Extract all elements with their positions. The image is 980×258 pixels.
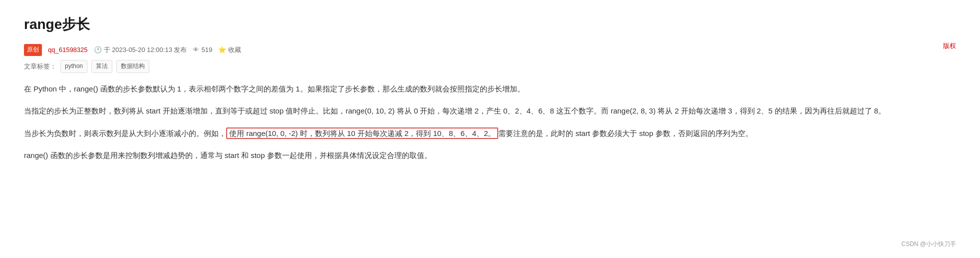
watermark: CSDN @小小快刀手 bbox=[901, 239, 956, 250]
meta-views: 👁 519 bbox=[193, 44, 212, 56]
tags-label: 文章标签： bbox=[24, 60, 56, 72]
meta-publish: 🕐 于 2023-05-20 12:00:13 发布 bbox=[94, 44, 187, 56]
meta-author[interactable]: qq_61598325 bbox=[48, 44, 88, 56]
page-container: range步长 原创 qq_61598325 🕐 于 2023-05-20 12… bbox=[0, 0, 980, 258]
tag-data-structure[interactable]: 数据结构 bbox=[116, 60, 149, 73]
star-icon: ⭐ bbox=[218, 44, 226, 56]
paragraph-1: 在 Python 中，range() 函数的步长参数默认为 1，表示相邻两个数字… bbox=[24, 82, 956, 96]
content-body: 在 Python 中，range() 函数的步长参数默认为 1，表示相邻两个数字… bbox=[24, 82, 956, 163]
version-right[interactable]: 版权 bbox=[943, 40, 956, 52]
tag-algorithm[interactable]: 算法 bbox=[91, 60, 112, 73]
meta-collect[interactable]: ⭐ 收藏 bbox=[218, 44, 241, 56]
highlight-range-example: 使用 range(10, 0, -2) 时，数列将从 10 开始每次递减 2，得… bbox=[226, 128, 498, 139]
page-title: range步长 bbox=[24, 12, 956, 37]
paragraph-4: range() 函数的步长参数是用来控制数列增减趋势的，通常与 start 和 … bbox=[24, 148, 956, 163]
paragraph-3: 当步长为负数时，则表示数列是从大到小逐渐减小的。例如，使用 range(10, … bbox=[24, 126, 956, 141]
badge-original: 原创 bbox=[24, 44, 42, 56]
paragraph-2: 当指定的步长为正整数时，数列将从 start 开始逐渐增加，直到等于或超过 st… bbox=[24, 104, 956, 118]
tag-python[interactable]: python bbox=[60, 60, 87, 73]
tags-row: 文章标签： python 算法 数据结构 bbox=[24, 60, 956, 73]
eye-icon: 👁 bbox=[193, 44, 199, 56]
clock-icon: 🕐 bbox=[94, 44, 102, 56]
meta-row: 原创 qq_61598325 🕐 于 2023-05-20 12:00:13 发… bbox=[24, 44, 956, 56]
